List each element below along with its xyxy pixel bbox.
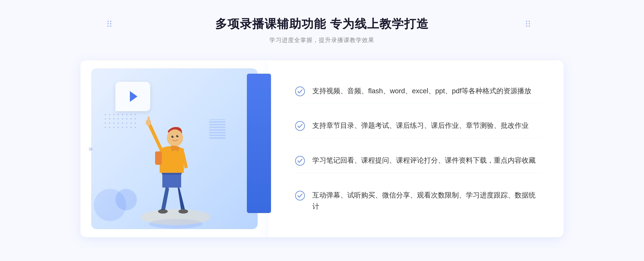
check-icon-3 (295, 156, 305, 166)
feature-item-4: 互动弹幕、试听购买、微信分享、观看次数限制、学习进度跟踪、数据统计 (295, 183, 542, 218)
main-card: 支持视频、音频、flash、word、excel、ppt、pdf等各种格式的资源… (80, 60, 564, 237)
features-panel: 支持视频、音频、flash、word、excel、ppt、pdf等各种格式的资源… (268, 60, 564, 237)
svg-point-10 (173, 136, 174, 137)
chevron-left-icon: » (89, 145, 93, 152)
svg-point-26 (295, 191, 305, 200)
dots-decoration-right (526, 21, 537, 26)
content-area: » (80, 60, 564, 237)
svg-rect-12 (155, 151, 162, 165)
svg-point-24 (295, 121, 305, 130)
feature-item-1: 支持视频、音频、flash、word、excel、ppt、pdf等各种格式的资源… (295, 79, 542, 103)
feature-item-2: 支持章节目录、弹题考试、课后练习、课后作业、章节测验、批改作业 (295, 114, 542, 138)
svg-point-23 (295, 87, 305, 96)
check-icon-2 (295, 121, 305, 131)
svg-point-13 (141, 209, 211, 225)
header-section: 多项录播课辅助功能 专为线上教学打造 学习进度全掌握，提升录播课教学效果 (215, 16, 429, 44)
feature-text-1: 支持视频、音频、flash、word、excel、ppt、pdf等各种格式的资源… (312, 85, 531, 97)
page-title: 多项录播课辅助功能 专为线上教学打造 (215, 16, 429, 32)
feature-item-3: 学习笔记回看、课程提问、课程评论打分、课件资料下载，重点内容收藏 (295, 148, 542, 173)
dots-grid-decoration (105, 114, 137, 138)
svg-point-25 (295, 156, 305, 165)
illustration-area (80, 60, 268, 237)
deco-circle-medium (115, 189, 137, 210)
page-container: 多项录播课辅助功能 专为线上教学打造 学习进度全掌握，提升录播课教学效果 » (0, 0, 644, 261)
svg-rect-5 (148, 117, 150, 122)
blue-accent-panel (247, 74, 271, 213)
person-illustration (134, 92, 220, 232)
svg-point-11 (178, 135, 178, 136)
feature-text-2: 支持章节目录、弹题考试、课后练习、课后作业、章节测验、批改作业 (312, 120, 529, 131)
feature-text-3: 学习笔记回看、课程提问、课程评论打分、课件资料下载，重点内容收藏 (312, 155, 536, 166)
svg-point-6 (167, 129, 183, 147)
check-icon-4 (295, 191, 305, 200)
check-icon-1 (295, 87, 305, 96)
dots-decoration-left (107, 21, 118, 26)
feature-text-4: 互动弹幕、试听购买、微信分享、观看次数限制、学习进度跟踪、数据统计 (312, 190, 542, 212)
page-subtitle: 学习进度全掌握，提升录播课教学效果 (215, 36, 429, 44)
arrow-left-decoration: » (89, 145, 93, 152)
